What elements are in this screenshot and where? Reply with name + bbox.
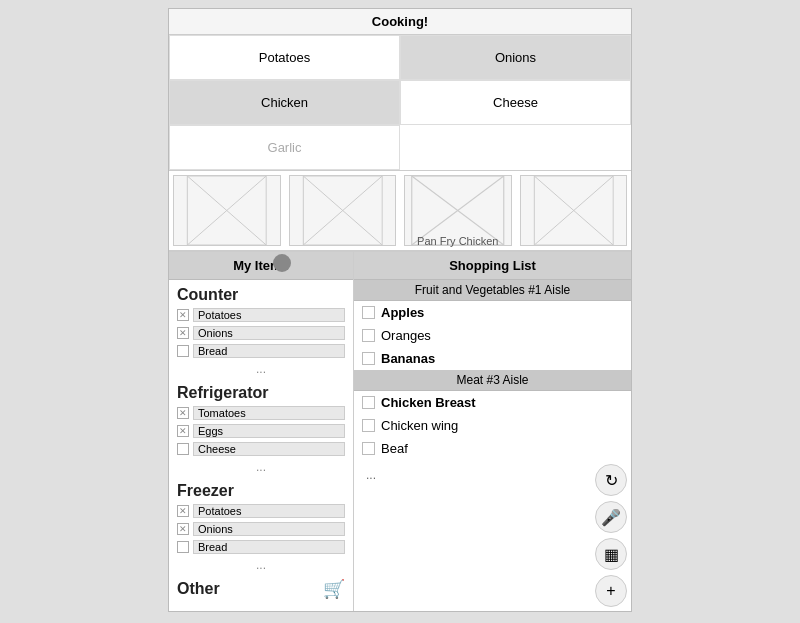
item-bar-freezer-onions: Onions <box>193 522 345 536</box>
shopping-item-chicken-wing[interactable]: Chicken wing <box>354 414 631 437</box>
image-row: Pan Fry Chicken <box>169 171 631 251</box>
item-bar-freezer-potatoes: Potatoes <box>193 504 345 518</box>
checkbox-apples[interactable] <box>362 306 375 319</box>
shopping-item-bananas[interactable]: Bananas <box>354 347 631 370</box>
checkbox-potatoes[interactable]: ✕ <box>177 309 189 321</box>
checkbox-eggs[interactable]: ✕ <box>177 425 189 437</box>
cart-icon[interactable]: 🛒 <box>323 578 345 600</box>
ingredient-cell-chicken[interactable]: Chicken <box>169 80 400 125</box>
checkbox-cheese[interactable] <box>177 443 189 455</box>
ingredient-grid: Potatoes Onions Chicken Cheese Garlic <box>169 35 631 171</box>
freezer-section-title: Freezer <box>169 476 353 502</box>
fridge-item-cheese[interactable]: Cheese <box>169 440 353 458</box>
checkbox-bread[interactable] <box>177 345 189 357</box>
item-bar-potatoes: Potatoes <box>193 308 345 322</box>
bottom-panels: My Items Counter ✕ Potatoes ✕ Onions <box>169 251 631 611</box>
checkbox-freezer-onions[interactable]: ✕ <box>177 523 189 535</box>
checkbox-freezer-potatoes[interactable]: ✕ <box>177 505 189 517</box>
freezer-ellipsis: ... <box>169 556 353 574</box>
counter-ellipsis: ... <box>169 360 353 378</box>
aisle-2-header: Meat #3 Aisle <box>354 370 631 391</box>
image-placeholder-4 <box>520 175 628 246</box>
image-placeholder-2 <box>289 175 397 246</box>
other-section-title: Other <box>177 580 220 598</box>
item-bar-bread: Bread <box>193 344 345 358</box>
barcode-button[interactable]: ▦ <box>595 538 627 570</box>
shopping-ellipsis: ... <box>358 464 384 607</box>
ingredient-cell-garlic[interactable]: Garlic <box>169 125 400 170</box>
counter-item-onions[interactable]: ✕ Onions <box>169 324 353 342</box>
ingredient-cell-potatoes[interactable]: Potatoes <box>169 35 400 80</box>
counter-item-potatoes[interactable]: ✕ Potatoes <box>169 306 353 324</box>
shopping-bottom: ... ↻ 🎤 ▦ + <box>354 460 631 611</box>
image-placeholder-pan-fry: Pan Fry Chicken <box>404 175 512 246</box>
action-buttons: ↻ 🎤 ▦ + <box>595 464 627 607</box>
checkbox-chicken-wing[interactable] <box>362 419 375 432</box>
shopping-panel: Shopping List Fruit and Vegetables #1 Ai… <box>354 252 631 611</box>
checkbox-freezer-bread[interactable] <box>177 541 189 553</box>
checkbox-tomatoes[interactable]: ✕ <box>177 407 189 419</box>
shopping-item-apples[interactable]: Apples <box>354 301 631 324</box>
app-title: Cooking! <box>372 14 428 29</box>
shopping-item-beaf[interactable]: Beaf <box>354 437 631 460</box>
item-bar-freezer-bread: Bread <box>193 540 345 554</box>
shopping-list-header: Shopping List <box>354 252 631 280</box>
checkbox-bananas[interactable] <box>362 352 375 365</box>
checkbox-chicken-breast[interactable] <box>362 396 375 409</box>
item-bar-onions: Onions <box>193 326 345 340</box>
freezer-item-potatoes[interactable]: ✕ Potatoes <box>169 502 353 520</box>
microphone-button[interactable]: 🎤 <box>595 501 627 533</box>
checkbox-beaf[interactable] <box>362 442 375 455</box>
refresh-button[interactable]: ↻ <box>595 464 627 496</box>
image-caption: Pan Fry Chicken <box>405 235 511 247</box>
item-bar-eggs: Eggs <box>193 424 345 438</box>
fridge-item-eggs[interactable]: ✕ Eggs <box>169 422 353 440</box>
freezer-item-bread[interactable]: Bread <box>169 538 353 556</box>
add-button[interactable]: + <box>595 575 627 607</box>
image-placeholder-1 <box>173 175 281 246</box>
my-items-panel: My Items Counter ✕ Potatoes ✕ Onions <box>169 252 354 611</box>
fridge-item-tomatoes[interactable]: ✕ Tomatoes <box>169 404 353 422</box>
item-bar-tomatoes: Tomatoes <box>193 406 345 420</box>
shopping-item-chicken-breast[interactable]: Chicken Breast <box>354 391 631 414</box>
counter-item-bread[interactable]: Bread <box>169 342 353 360</box>
freezer-item-onions[interactable]: ✕ Onions <box>169 520 353 538</box>
my-items-header: My Items <box>169 252 353 280</box>
checkbox-onions[interactable]: ✕ <box>177 327 189 339</box>
main-container: Cooking! Potatoes Onions Chicken Cheese … <box>168 8 632 612</box>
checkbox-oranges[interactable] <box>362 329 375 342</box>
item-bar-cheese: Cheese <box>193 442 345 456</box>
shopping-item-oranges[interactable]: Oranges <box>354 324 631 347</box>
refrigerator-section-title: Refrigerator <box>169 378 353 404</box>
aisle-1-header: Fruit and Vegetables #1 Aisle <box>354 280 631 301</box>
counter-section-title: Counter <box>169 280 353 306</box>
fridge-ellipsis: ... <box>169 458 353 476</box>
ingredient-cell-onions[interactable]: Onions <box>400 35 631 80</box>
cooking-header: Cooking! <box>169 9 631 35</box>
ingredient-cell-cheese[interactable]: Cheese <box>400 80 631 125</box>
badge <box>273 254 291 272</box>
